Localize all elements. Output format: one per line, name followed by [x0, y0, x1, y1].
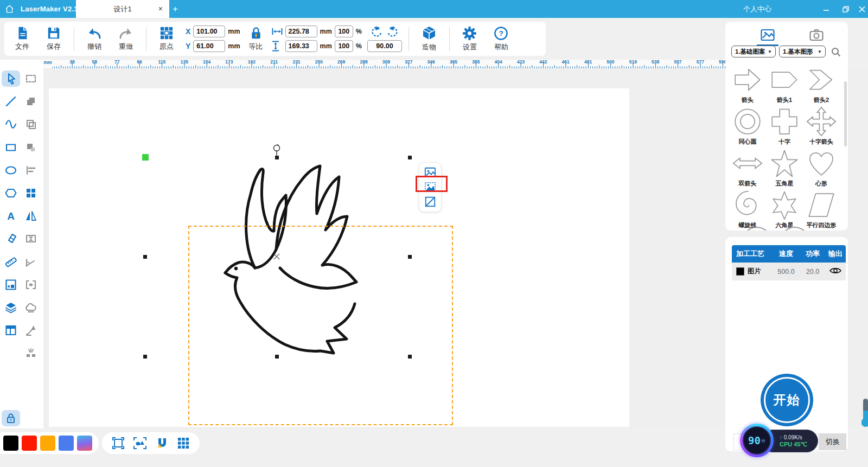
origin-button[interactable]: 原点: [151, 26, 182, 52]
grid-toggle-icon[interactable]: [177, 437, 190, 450]
align-tool[interactable]: [22, 162, 40, 178]
curve-tool[interactable]: [2, 116, 20, 132]
selection-handle-mid-left[interactable]: [143, 255, 147, 259]
color-swatch-#4A7CEE[interactable]: [59, 436, 74, 451]
shape-item-arrow-pentagon[interactable]: 箭头1: [767, 63, 802, 105]
new-tab-button[interactable]: +: [173, 4, 178, 15]
parallelogram-icon: [806, 190, 837, 220]
help-button[interactable]: ? 帮助: [486, 26, 517, 52]
array-tool[interactable]: [22, 185, 40, 201]
frame-fit-icon[interactable]: [112, 437, 125, 450]
union-tool[interactable]: [22, 93, 40, 110]
category-dropdown[interactable]: 1.基础图案▼: [731, 46, 776, 57]
height-input[interactable]: 169.33: [285, 40, 317, 52]
shapes-scrollbar[interactable]: [844, 81, 847, 146]
rectangle-tool[interactable]: [2, 139, 20, 156]
double-arrow-icon: [732, 148, 763, 178]
redo-button[interactable]: 重做: [110, 26, 142, 52]
ellipse-tool[interactable]: [2, 162, 20, 178]
crop-icon[interactable]: [424, 196, 436, 208]
table-tool[interactable]: [2, 322, 20, 338]
score-gauge[interactable]: 90 分: [740, 424, 774, 457]
build-button[interactable]: 造物: [413, 25, 445, 52]
start-button[interactable]: 开始: [761, 374, 813, 426]
selection-handle-bottom-mid[interactable]: [275, 355, 279, 359]
selection-handle-top-right[interactable]: [408, 156, 412, 159]
mirror-tool[interactable]: [22, 208, 40, 224]
width-input[interactable]: 225.78: [285, 25, 317, 37]
minimize-button[interactable]: [817, 0, 835, 18]
protractor-tool[interactable]: [22, 254, 40, 270]
layer-power[interactable]: 20.0: [800, 268, 825, 276]
shape-item-cross[interactable]: 十字: [767, 105, 802, 146]
width-percent-input[interactable]: 100: [335, 25, 353, 37]
sweep-tool[interactable]: [22, 322, 40, 338]
save-button[interactable]: 保存: [38, 26, 69, 52]
shape-item-heart[interactable]: 心形: [803, 146, 839, 188]
arrow-pentagon-icon: [769, 65, 800, 95]
switch-button[interactable]: 切换: [819, 433, 846, 450]
height-percent-input[interactable]: 100: [335, 40, 353, 52]
selection-handle-top-left[interactable]: [142, 154, 149, 161]
shape-item-double-arrow[interactable]: 双箭头: [730, 146, 765, 188]
cloud-stamp-tool[interactable]: [22, 299, 40, 316]
expand-tool[interactable]: [22, 277, 40, 293]
rotate-cw-button[interactable]: [387, 25, 400, 39]
selection-bounding-box[interactable]: [188, 226, 453, 425]
magnet-snap-icon[interactable]: [156, 437, 169, 450]
personal-center-link[interactable]: 个人中心: [743, 0, 771, 18]
eraser-tool[interactable]: [2, 231, 20, 247]
text-tool[interactable]: A: [2, 208, 20, 224]
thermometer-widget[interactable]: [861, 398, 868, 429]
nest-tool[interactable]: [2, 277, 20, 293]
tab-close-icon[interactable]: ×: [158, 4, 163, 13]
color-swatch-gradient[interactable]: [77, 436, 92, 451]
select-objects-icon[interactable]: [133, 437, 147, 450]
svg-text:58: 58: [92, 60, 98, 65]
layer-speed[interactable]: 500.0: [772, 268, 800, 276]
ruler-tool[interactable]: [2, 254, 20, 270]
eye-icon[interactable]: [825, 267, 846, 276]
svg-text:596: 596: [719, 60, 725, 65]
break-apart-tool[interactable]: [22, 345, 40, 361]
color-swatch-#FE1A00[interactable]: [22, 436, 37, 451]
shape-item-star-5[interactable]: 五角星: [767, 146, 802, 188]
document-tab[interactable]: 设计1 ×: [76, 0, 169, 18]
dimension-tool[interactable]: [22, 231, 40, 247]
intersect-tool[interactable]: [22, 116, 40, 132]
line-tool[interactable]: [2, 93, 20, 110]
shape-item-concentric-circles[interactable]: 同心圆: [730, 105, 765, 146]
selection-handle-bottom-left[interactable]: [143, 355, 147, 359]
home-icon[interactable]: [0, 0, 18, 18]
shape-item-four-way-arrow[interactable]: 十字箭头: [803, 105, 839, 146]
rotate-angle-input[interactable]: 90.00: [367, 40, 402, 52]
process-row[interactable]: 图片 500.0 20.0: [732, 263, 846, 280]
shape-item-arrow-right[interactable]: 箭头: [730, 63, 765, 105]
x-input[interactable]: 101.00: [193, 25, 225, 37]
undo-button[interactable]: 撤销: [79, 26, 110, 52]
file-button[interactable]: 文件: [7, 26, 38, 52]
width-percent-sign: %: [356, 28, 362, 35]
tab-camera-capture[interactable]: [805, 27, 828, 43]
rotation-handle[interactable]: [270, 144, 283, 158]
selection-handle-bottom-right[interactable]: [408, 355, 412, 359]
subtract-tool[interactable]: [22, 139, 40, 156]
select-tool[interactable]: [2, 71, 20, 87]
ratio-lock-button[interactable]: 等比: [244, 26, 269, 52]
tab-graphics-library[interactable]: [756, 27, 780, 43]
shape-item-arrow-chevron[interactable]: 箭头2: [803, 63, 839, 105]
color-swatch-#000000[interactable]: [3, 436, 18, 451]
subcategory-dropdown[interactable]: 1.基本图形▼: [779, 46, 826, 57]
selection-handle-mid-right[interactable]: [408, 255, 412, 259]
lock-canvas-tool[interactable]: [2, 410, 20, 426]
polygon-tool[interactable]: [2, 185, 20, 201]
close-button[interactable]: [853, 0, 868, 18]
layers-tool[interactable]: [2, 299, 20, 316]
rotate-ccw-button[interactable]: [369, 25, 382, 39]
y-input[interactable]: 61.00: [193, 40, 225, 52]
color-swatch-#FFA702[interactable]: [40, 436, 55, 451]
restore-button[interactable]: [837, 0, 855, 18]
search-icon[interactable]: [831, 47, 841, 57]
settings-button[interactable]: 设置: [454, 26, 486, 52]
marquee-select-tool[interactable]: [22, 71, 40, 87]
